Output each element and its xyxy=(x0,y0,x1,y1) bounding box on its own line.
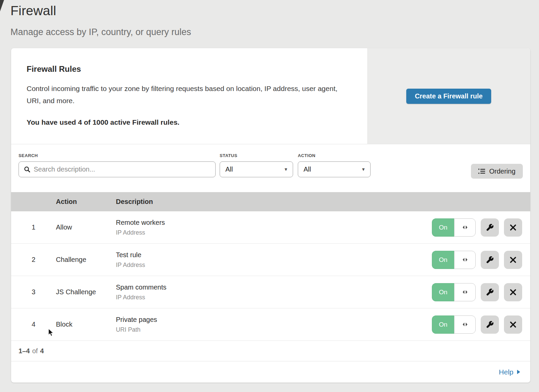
ordering-button[interactable]: Ordering xyxy=(471,164,523,179)
pagination-range: 1–4 xyxy=(19,347,30,355)
page-header: Firewall Manage access by IP, country, o… xyxy=(0,0,539,37)
search-box xyxy=(19,161,216,177)
rule-match-type: URI Path xyxy=(116,326,432,333)
ordered-list-icon xyxy=(478,168,485,174)
close-icon xyxy=(510,257,516,263)
ordering-button-label: Ordering xyxy=(489,168,515,175)
delete-rule-button[interactable] xyxy=(504,315,522,334)
description-column-header: Description xyxy=(116,198,432,206)
rule-action: Block xyxy=(56,321,116,328)
help-link-label: Help xyxy=(499,368,513,376)
rule-enabled-toggle[interactable]: On xyxy=(432,251,476,269)
card-footer: Help xyxy=(11,361,530,383)
toggle-handle[interactable] xyxy=(454,315,476,334)
rule-description: Spam comments xyxy=(116,283,432,291)
rule-priority: 4 xyxy=(11,321,56,328)
close-icon xyxy=(510,321,516,328)
action-filter-group: ACTION All ▼ xyxy=(298,153,371,177)
rule-description-cell: Spam comments IP Address xyxy=(116,283,432,301)
delete-rule-button[interactable] xyxy=(504,251,522,269)
cta-panel: Create a Firewall rule xyxy=(367,48,530,144)
action-select[interactable]: All ▼ xyxy=(298,161,371,177)
rule-match-type: IP Address xyxy=(116,229,432,236)
left-right-arrows-icon xyxy=(462,225,468,230)
toggle-on-segment[interactable]: On xyxy=(432,218,454,237)
wrench-icon xyxy=(486,223,494,232)
table-row: 4 Block Private pages URI Path On xyxy=(11,308,530,341)
page-subtitle: Manage access by IP, country, or query r… xyxy=(10,27,539,37)
rule-description: Remote workers xyxy=(116,219,432,227)
search-label: SEARCH xyxy=(19,153,216,158)
rule-priority: 2 xyxy=(11,256,56,264)
overview-intro: Firewall Rules Control incoming traffic … xyxy=(11,48,367,144)
rule-enabled-toggle[interactable]: On xyxy=(432,283,476,301)
toggle-on-segment[interactable]: On xyxy=(432,283,454,301)
pagination: 1–4 of 4 xyxy=(11,341,530,361)
edit-rule-button[interactable] xyxy=(481,251,499,269)
delete-rule-button[interactable] xyxy=(504,283,522,301)
rule-match-type: IP Address xyxy=(116,294,432,301)
rule-description-cell: Private pages URI Path xyxy=(116,316,432,333)
edit-rule-button[interactable] xyxy=(481,315,499,334)
arrow-right-icon xyxy=(516,369,521,375)
rule-enabled-toggle[interactable]: On xyxy=(432,315,476,334)
chevron-down-icon: ▼ xyxy=(361,167,366,172)
chevron-down-icon: ▼ xyxy=(284,167,288,172)
table-row: 2 Challenge Test rule IP Address On xyxy=(11,244,530,276)
search-filter-group: SEARCH xyxy=(19,153,216,177)
overview-description: Control incoming traffic to your zone by… xyxy=(27,83,347,107)
rule-controls: On xyxy=(432,283,530,301)
status-select[interactable]: All ▼ xyxy=(220,161,293,177)
wrench-icon xyxy=(486,321,494,329)
page-title: Firewall xyxy=(10,3,539,18)
help-link[interactable]: Help xyxy=(499,368,521,376)
rule-controls: On xyxy=(432,251,530,269)
close-icon xyxy=(510,224,516,231)
toggle-handle[interactable] xyxy=(454,251,476,269)
rule-description: Private pages xyxy=(116,316,432,324)
search-icon xyxy=(24,166,30,173)
edit-rule-button[interactable] xyxy=(481,283,499,301)
firewall-rules-card: Firewall Rules Control incoming traffic … xyxy=(11,48,530,383)
rule-enabled-toggle[interactable]: On xyxy=(432,218,476,237)
toggle-handle[interactable] xyxy=(454,218,476,237)
left-right-arrows-icon xyxy=(462,322,468,327)
action-column-header: Action xyxy=(56,198,116,206)
rules-usage-text: You have used 4 of 1000 active Firewall … xyxy=(27,118,354,126)
filter-bar: SEARCH STATUS All ▼ ACTION All ▼ xyxy=(11,144,530,192)
pagination-total: 4 xyxy=(40,347,44,355)
rule-action: JS Challenge xyxy=(56,288,116,296)
rule-priority: 3 xyxy=(11,288,56,296)
action-select-value: All xyxy=(304,165,311,173)
status-label: STATUS xyxy=(220,153,293,158)
overview-section: Firewall Rules Control incoming traffic … xyxy=(11,48,530,144)
table-row: 1 Allow Remote workers IP Address On xyxy=(11,211,530,244)
toggle-on-segment[interactable]: On xyxy=(432,251,454,269)
action-label: ACTION xyxy=(298,153,371,158)
create-firewall-rule-button[interactable]: Create a Firewall rule xyxy=(406,89,491,104)
status-filter-group: STATUS All ▼ xyxy=(220,153,293,177)
table-header: Action Description xyxy=(11,192,530,211)
status-select-value: All xyxy=(225,165,233,173)
edit-rule-button[interactable] xyxy=(481,218,499,237)
left-right-arrows-icon xyxy=(462,257,468,262)
close-icon xyxy=(510,289,516,296)
rule-controls: On xyxy=(432,315,530,334)
left-right-arrows-icon xyxy=(462,290,468,295)
wrench-icon xyxy=(486,256,494,264)
rule-description: Test rule xyxy=(116,251,432,259)
rule-description-cell: Remote workers IP Address xyxy=(116,219,432,236)
search-input[interactable] xyxy=(34,165,211,173)
rule-action: Challenge xyxy=(56,256,116,264)
overview-heading: Firewall Rules xyxy=(27,64,354,74)
rule-controls: On xyxy=(432,218,530,237)
delete-rule-button[interactable] xyxy=(504,218,522,237)
toggle-handle[interactable] xyxy=(454,283,476,301)
toggle-on-segment[interactable]: On xyxy=(432,315,454,334)
rule-description-cell: Test rule IP Address xyxy=(116,251,432,269)
rule-match-type: IP Address xyxy=(116,262,432,269)
rule-action: Allow xyxy=(56,223,116,231)
rule-priority: 1 xyxy=(11,223,56,231)
wrench-icon xyxy=(486,288,494,296)
pagination-of: of xyxy=(32,347,38,355)
